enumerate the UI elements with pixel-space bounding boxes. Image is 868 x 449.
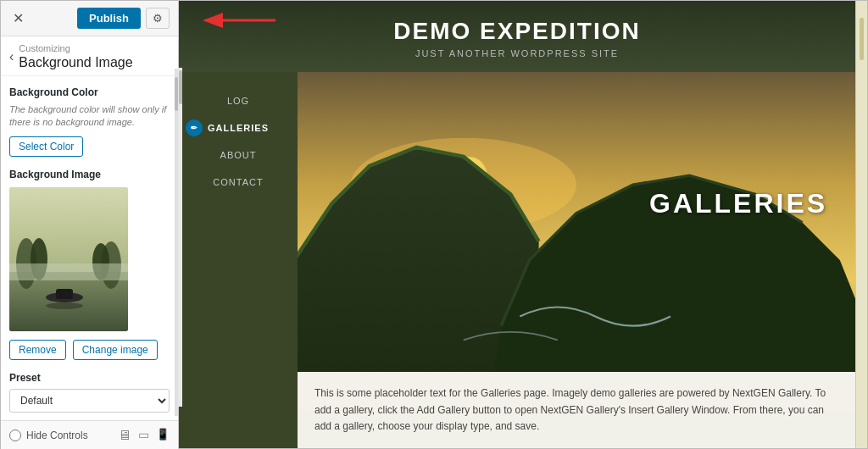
wp-site: DEMO EXPEDITION JUST ANOTHER WORDPRESS S…: [179, 1, 855, 448]
site-preview: DEMO EXPEDITION JUST ANOTHER WORDPRESS S…: [179, 1, 867, 448]
mobile-icon[interactable]: 📱: [156, 428, 170, 443]
customizer-panel: ✕ Publish ⚙ ‹ Customizing Background Ima…: [1, 1, 179, 449]
background-color-desc: The background color will show only if t…: [9, 103, 170, 130]
panel-content: Background Color The background color wi…: [1, 76, 178, 420]
nav-item-contact[interactable]: CONTACT: [179, 170, 298, 194]
preset-select[interactable]: Default Cover Contain Repeat: [9, 389, 170, 413]
preview-scrollbar-thumb: [179, 70, 182, 104]
background-color-section: Background Color The background color wi…: [9, 86, 170, 169]
panel-header-left: ✕: [9, 8, 27, 28]
nav-item-about[interactable]: ABOUT: [179, 143, 298, 167]
hide-controls: Hide Controls: [9, 430, 88, 441]
wp-nav-sidebar: LOG ✏ GALLERIES ABOUT CONTACT: [179, 72, 298, 448]
edit-pencil-icon: ✏: [186, 119, 203, 136]
preview-scrollbar: [179, 68, 182, 407]
image-actions: Remove Change image: [9, 340, 170, 360]
panel-header: ✕ Publish ⚙: [1, 1, 178, 36]
site-tagline: JUST ANOTHER WORDPRESS SITE: [179, 48, 855, 58]
galleries-page-title: GALLERIES: [649, 188, 827, 219]
gear-icon: ⚙: [153, 12, 163, 25]
back-button[interactable]: ‹: [9, 49, 14, 64]
background-color-label: Background Color: [9, 86, 170, 98]
app-frame: ✕ Publish ⚙ ‹ Customizing Background Ima…: [0, 0, 868, 449]
placeholder-text: This is some placeholder text for the Ga…: [314, 385, 838, 435]
background-image-label: Background Image: [9, 169, 170, 180]
close-button[interactable]: ✕: [9, 8, 27, 28]
settings-button[interactable]: ⚙: [146, 8, 170, 29]
site-title: DEMO EXPEDITION: [179, 18, 855, 45]
wp-body: LOG ✏ GALLERIES ABOUT CONTACT: [179, 72, 855, 448]
select-color-button[interactable]: Select Color: [9, 136, 83, 157]
wp-site-header: DEMO EXPEDITION JUST ANOTHER WORDPRESS S…: [179, 1, 855, 72]
change-image-button[interactable]: Change image: [73, 340, 158, 360]
svg-rect-6: [9, 263, 128, 280]
svg-rect-8: [56, 289, 73, 299]
preset-section: Preset Default Cover Contain Repeat: [9, 372, 170, 413]
nav-item-galleries[interactable]: ✏ GALLERIES: [179, 116, 298, 140]
wp-main-content: GALLERIES This is some placeholder text …: [298, 72, 855, 448]
hide-controls-radio[interactable]: [9, 430, 21, 441]
desktop-icon[interactable]: 🖥: [118, 428, 131, 443]
right-edge-bar: [855, 1, 867, 448]
right-scrollbar: [860, 18, 864, 60]
cliff-scene: GALLERIES This is some placeholder text …: [298, 72, 855, 448]
placeholder-text-area: This is some placeholder text for the Ga…: [298, 372, 855, 448]
background-image-preview: [9, 187, 128, 331]
publish-button[interactable]: Publish: [77, 8, 141, 29]
header-actions: Publish ⚙: [77, 8, 170, 29]
remove-image-button[interactable]: Remove: [9, 340, 66, 360]
tablet-icon[interactable]: ▭: [138, 428, 149, 443]
nav-item-log[interactable]: LOG: [179, 89, 298, 113]
device-icons: 🖥 ▭ 📱: [118, 428, 170, 443]
preset-label: Preset: [9, 372, 170, 384]
background-image-section: Background Image: [9, 169, 170, 360]
preview-area: DEMO EXPEDITION JUST ANOTHER WORDPRESS S…: [179, 1, 867, 448]
breadcrumb-top: Customizing: [19, 43, 132, 53]
svg-point-9: [46, 302, 83, 309]
breadcrumb: ‹ Customizing Background Image: [1, 36, 178, 76]
breadcrumb-title: Background Image: [19, 55, 132, 70]
preview-image-svg: [9, 187, 128, 331]
hide-controls-label: Hide Controls: [26, 430, 88, 441]
panel-footer: Hide Controls 🖥 ▭ 📱: [1, 420, 178, 449]
